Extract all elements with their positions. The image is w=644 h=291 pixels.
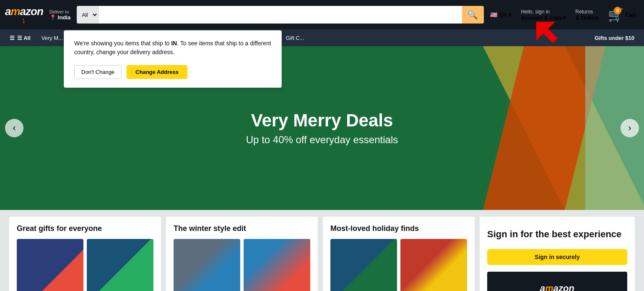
winter-item-2[interactable]: Sweaters <box>244 239 310 291</box>
search-input[interactable] <box>99 6 462 24</box>
gifts-card: Great gifts for everyone Everyday Essent… <box>9 217 161 291</box>
cozy-coats-image[interactable] <box>174 239 240 291</box>
hero-subtitle: Up to 40% off everyday essentials <box>246 134 398 146</box>
sweaters-image[interactable] <box>244 239 310 291</box>
search-icon: 🔍 <box>467 10 478 20</box>
product-cards-section: Great gifts for everyone Everyday Essent… <box>0 210 644 291</box>
search-bar: All 🔍 <box>77 6 484 24</box>
chevron-down-icon: ▾ <box>563 15 566 21</box>
hero-next-button[interactable]: › <box>621 119 639 137</box>
returns-top-label: Returns <box>575 9 599 15</box>
hero-title: Very Merry Deals <box>246 110 398 131</box>
cart-label: Cart <box>625 12 636 18</box>
everyday-essentials-image[interactable] <box>17 239 83 291</box>
deliver-to[interactable]: Deliver to 📍 India <box>47 7 73 23</box>
hero-content: Very Merry Deals Up to 40% off everyday … <box>246 110 398 146</box>
language-selector[interactable]: 🇺🇸 EN ▾ <box>487 9 514 20</box>
chevron-right-icon: › <box>628 123 631 134</box>
chevron-down-icon: ▾ <box>509 11 512 18</box>
toys-image[interactable] <box>87 239 153 291</box>
change-address-button[interactable]: Change Address <box>127 65 187 79</box>
nav-item-all[interactable]: ☰ ☰ All <box>5 32 35 44</box>
hello-label: Hello, sign in <box>521 9 566 15</box>
holiday-finds-title: Most-loved holiday finds <box>330 224 467 233</box>
winter-style-card-title: The winter style edit <box>174 224 310 233</box>
nav-item-gifts-under[interactable]: Gifts under $10 <box>590 32 639 44</box>
amazon-bottom-logo-text: amazon <box>540 283 574 291</box>
returns-bottom-label: & Orders <box>575 15 599 21</box>
gifts-item-2[interactable]: Toys <box>87 239 153 291</box>
cold-weather-image[interactable] <box>330 239 397 291</box>
deliver-country: 📍 India <box>49 14 70 21</box>
cart-icon-wrapper: 🛒 0 <box>608 8 623 22</box>
gifts-item-1[interactable]: Everyday Essentials <box>17 239 83 291</box>
gifts-card-images: Everyday Essentials Toys <box>17 239 153 291</box>
tooltip-country: IN <box>171 40 177 47</box>
hero-prev-button[interactable]: ‹ <box>5 119 23 137</box>
amazon-logo[interactable]: amazon ⤵︎ <box>5 5 43 24</box>
nav-item-very-merry[interactable]: Very M... <box>37 32 68 44</box>
signin-title: Sign in for the best experience <box>487 228 627 241</box>
returns-section[interactable]: Returns & Orders <box>572 7 602 23</box>
signin-bottom-logo: amazon <box>487 272 627 291</box>
holiday-card-images: Cold-weather finds Holiday décor <box>330 239 467 291</box>
holiday-item-1[interactable]: Cold-weather finds <box>330 239 397 291</box>
flag-icon: 🇺🇸 <box>490 11 497 18</box>
winter-item-1[interactable]: Cozy coats <box>174 239 240 291</box>
signin-card: Sign in for the best experience Sign in … <box>480 217 635 291</box>
holiday-decor-image[interactable] <box>400 239 467 291</box>
winter-card-images: Cozy coats Sweaters <box>174 239 310 291</box>
hamburger-icon: ☰ <box>10 35 15 41</box>
holiday-item-2[interactable]: Holiday décor <box>400 239 467 291</box>
signin-button[interactable]: Sign in securely <box>487 249 627 265</box>
chevron-left-icon: ‹ <box>13 123 16 134</box>
dont-change-button[interactable]: Don't Change <box>74 65 122 79</box>
deliver-label: Deliver to <box>49 9 70 14</box>
search-button[interactable]: 🔍 <box>462 6 484 24</box>
logo-text: amazon <box>5 5 43 18</box>
tooltip-message: We're showing you items that ship to IN.… <box>74 39 271 57</box>
gifts-card-title: Great gifts for everyone <box>17 224 153 233</box>
search-category-select[interactable]: All <box>77 6 99 24</box>
holiday-finds-card: Most-loved holiday finds Cold-weather fi… <box>323 217 475 291</box>
lang-label: EN <box>499 11 507 18</box>
svg-marker-0 <box>527 17 560 50</box>
cart-section[interactable]: 🛒 0 Cart <box>605 5 639 24</box>
arrow-svg <box>527 17 560 50</box>
location-icon: 📍 <box>49 14 56 21</box>
tooltip-buttons: Don't Change Change Address <box>74 65 271 79</box>
location-tooltip: We're showing you items that ship to IN.… <box>64 30 282 88</box>
cart-count-badge: 0 <box>614 7 621 14</box>
winter-style-card: The winter style edit Cozy coats Sweater… <box>166 217 318 291</box>
nav-item-gift-cards[interactable]: Gift C... <box>281 32 309 44</box>
